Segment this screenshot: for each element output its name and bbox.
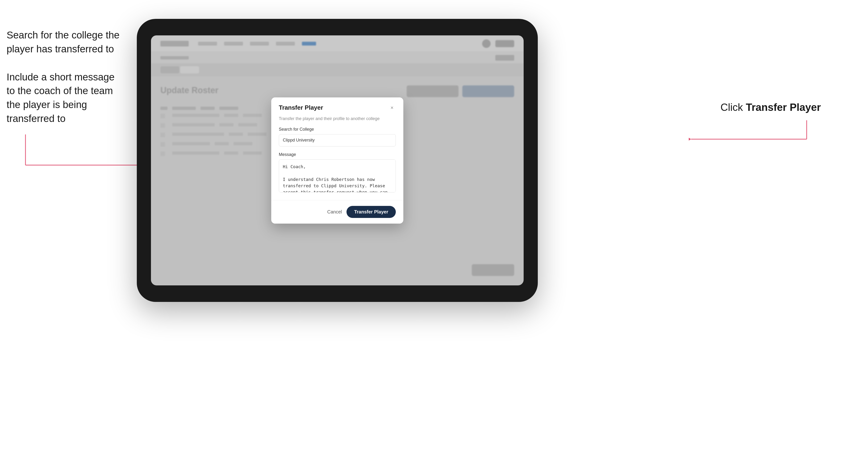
college-label: Search for College — [279, 127, 396, 132]
modal-close-button[interactable]: × — [388, 104, 396, 112]
left-arrow — [7, 132, 148, 184]
right-arrow — [684, 118, 826, 146]
svg-marker-5 — [689, 138, 691, 141]
transfer-player-modal: Transfer Player × Transfer the player an… — [271, 97, 403, 224]
modal-overlay: Transfer Player × Transfer the player an… — [151, 35, 524, 285]
college-search-input[interactable] — [279, 134, 396, 147]
right-annotation: Click Transfer Player — [720, 101, 821, 113]
transfer-player-button[interactable]: Transfer Player — [346, 206, 396, 218]
annotation-text-2: Include a short message to the coach of … — [7, 70, 129, 126]
cancel-button[interactable]: Cancel — [327, 209, 342, 215]
annotation-text-1: Search for the college the player has tr… — [7, 28, 129, 56]
modal-footer: Cancel Transfer Player — [271, 200, 403, 224]
modal-description: Transfer the player and their profile to… — [279, 116, 396, 121]
message-label: Message — [279, 152, 396, 157]
modal-body: Transfer the player and their profile to… — [271, 116, 403, 200]
modal-header: Transfer Player × — [271, 97, 403, 116]
left-annotation: Search for the college the player has tr… — [7, 28, 129, 140]
tablet-frame: Update Roster — [137, 19, 538, 302]
message-textarea[interactable]: Hi Coach, I understand Chris Robertson h… — [279, 159, 396, 192]
modal-title: Transfer Player — [279, 104, 323, 111]
tablet-screen: Update Roster — [151, 35, 524, 285]
